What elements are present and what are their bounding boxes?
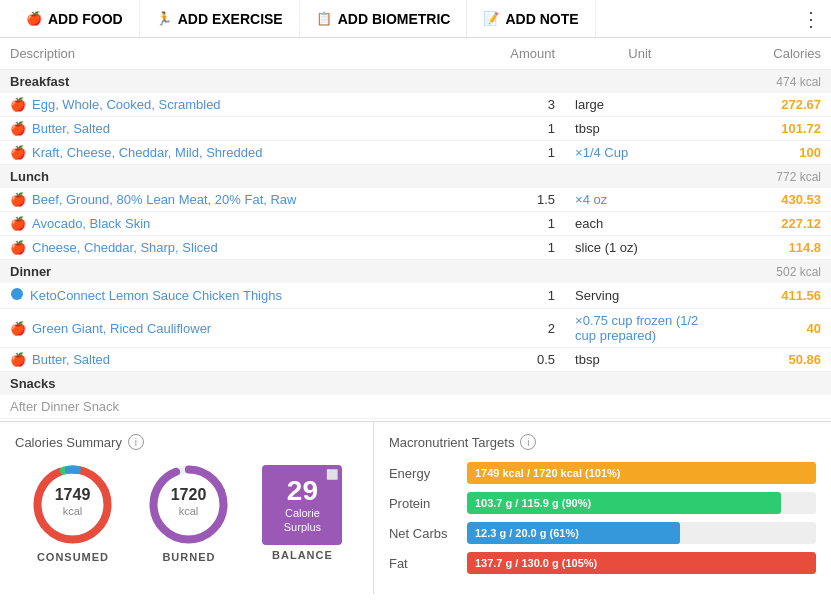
add-note-label: ADD NOTE [505, 11, 578, 27]
food-calories: 101.72 [715, 117, 831, 141]
food-name[interactable]: 🍎Green Giant, Riced Cauliflower [10, 321, 489, 336]
exercise-icon: 🏃 [156, 11, 172, 26]
bottom-panels: Calories Summary i 1749 kcal CONSUMED [0, 421, 831, 594]
food-name[interactable]: 🍎Beef, Ground, 80% Lean Meat, 20% Fat, R… [10, 192, 489, 207]
table-section-row: Breakfast474 kcal [0, 70, 831, 94]
toolbar: 🍎 ADD FOOD 🏃 ADD EXERCISE 📋 ADD BIOMETRI… [0, 0, 831, 38]
food-name[interactable]: 🍎Egg, Whole, Cooked, Scrambled [10, 97, 489, 112]
burned-circle: 1720 kcal BURNED [146, 462, 231, 563]
table-row: 🍎Beef, Ground, 80% Lean Meat, 20% Fat, R… [0, 188, 831, 212]
macro-targets-panel: Macronutrient Targets i Energy1749 kcal … [374, 422, 831, 594]
table-row: 🍎Kraft, Cheese, Cheddar, Mild, Shredded1… [0, 141, 831, 165]
macro-label: Fat [389, 556, 459, 571]
svg-text:1720: 1720 [171, 486, 207, 503]
food-name-text: Butter, Salted [32, 121, 110, 136]
custom-food-icon [10, 287, 24, 304]
food-amount: 3 [499, 93, 565, 117]
macro-label: Energy [389, 466, 459, 481]
apple-food-icon: 🍎 [10, 192, 26, 207]
food-name[interactable]: 🍎Butter, Salted [10, 352, 489, 367]
food-calories [715, 395, 831, 419]
food-name-text: KetoConnect Lemon Sauce Chicken Thighs [30, 288, 282, 303]
food-unit: ×4 oz [565, 188, 715, 212]
table-section-row: Lunch772 kcal [0, 165, 831, 189]
food-name-text: Cheese, Cheddar, Sharp, Sliced [32, 240, 218, 255]
food-name-text: Butter, Salted [32, 352, 110, 367]
table-row: 🍎Green Giant, Riced Cauliflower2×0.75 cu… [0, 309, 831, 348]
table-row: 🍎Butter, Salted1tbsp101.72 [0, 117, 831, 141]
table-row: 🍎Butter, Salted0.5tbsp50.86 [0, 348, 831, 372]
add-food-button[interactable]: 🍎 ADD FOOD [10, 0, 140, 37]
macro-bar-row: Net Carbs12.3 g / 20.0 g (61%) [389, 522, 816, 544]
food-name[interactable]: 🍎Butter, Salted [10, 121, 489, 136]
add-biometric-button[interactable]: 📋 ADD BIOMETRIC [300, 0, 468, 37]
add-exercise-button[interactable]: 🏃 ADD EXERCISE [140, 0, 300, 37]
section-calories: 474 kcal [715, 70, 831, 94]
note-icon: 📝 [483, 11, 499, 26]
calories-info-icon[interactable]: i [128, 434, 144, 450]
circles-row: 1749 kcal CONSUMED 1720 kcal BURNED ⬜ [15, 462, 358, 563]
macro-label: Net Carbs [389, 526, 459, 541]
consumed-label: CONSUMED [30, 551, 115, 563]
food-amount: 1 [499, 212, 565, 236]
macro-bar-text: 103.7 g / 115.9 g (90%) [475, 497, 591, 509]
macro-bar-row: Protein103.7 g / 115.9 g (90%) [389, 492, 816, 514]
macro-label: Protein [389, 496, 459, 511]
food-amount: 1.5 [499, 188, 565, 212]
apple-food-icon: 🍎 [10, 121, 26, 136]
table-row: 🍎Avocado, Black Skin1each227.12 [0, 212, 831, 236]
balance-sub: CalorieSurplus [284, 507, 321, 533]
more-menu-button[interactable]: ⋮ [801, 7, 821, 31]
food-amount [499, 395, 565, 419]
balance-icon: ⬜ [326, 469, 338, 480]
snack-sublabel: After Dinner Snack [0, 395, 499, 419]
apple-food-icon: 🍎 [10, 321, 26, 336]
section-name: Dinner [0, 260, 715, 284]
food-name-text: Green Giant, Riced Cauliflower [32, 321, 211, 336]
add-note-button[interactable]: 📝 ADD NOTE [467, 0, 595, 37]
macro-targets-title: Macronutrient Targets i [389, 434, 816, 450]
consumed-circle: 1749 kcal CONSUMED [30, 462, 115, 563]
macro-bar-outer: 103.7 g / 115.9 g (90%) [467, 492, 816, 514]
table-section-row: Snacks [0, 372, 831, 396]
burned-label: BURNED [146, 551, 231, 563]
section-name: Lunch [0, 165, 715, 189]
food-name-text: Egg, Whole, Cooked, Scrambled [32, 97, 221, 112]
food-name[interactable]: KetoConnect Lemon Sauce Chicken Thighs [10, 287, 489, 304]
macro-bar-row: Energy1749 kcal / 1720 kcal (101%) [389, 462, 816, 484]
burned-donut-svg: 1720 kcal [146, 462, 231, 547]
table-row: 🍎Cheese, Cheddar, Sharp, Sliced1slice (1… [0, 236, 831, 260]
food-unit: ×1/4 Cup [565, 141, 715, 165]
food-amount: 2 [499, 309, 565, 348]
table-header: Description Amount Unit Calories [0, 38, 831, 70]
food-calories: 114.8 [715, 236, 831, 260]
macro-bar-text: 12.3 g / 20.0 g (61%) [475, 527, 579, 539]
macro-bar-text: 1749 kcal / 1720 kcal (101%) [475, 467, 621, 479]
calories-summary-title: Calories Summary i [15, 434, 358, 450]
section-name: Breakfast [0, 70, 715, 94]
add-food-label: ADD FOOD [48, 11, 123, 27]
food-name[interactable]: 🍎Avocado, Black Skin [10, 216, 489, 231]
apple-food-icon: 🍎 [10, 216, 26, 231]
food-name[interactable]: 🍎Cheese, Cheddar, Sharp, Sliced [10, 240, 489, 255]
header-amount: Amount [499, 38, 565, 70]
macro-bar-outer: 1749 kcal / 1720 kcal (101%) [467, 462, 816, 484]
food-calories: 272.67 [715, 93, 831, 117]
section-calories: 502 kcal [715, 260, 831, 284]
macro-bar-row: Fat137.7 g / 130.0 g (105%) [389, 552, 816, 574]
header-unit: Unit [565, 38, 715, 70]
macro-bar-inner: 103.7 g / 115.9 g (90%) [467, 492, 781, 514]
table-row: After Dinner Snack [0, 395, 831, 419]
header-calories: Calories [715, 38, 831, 70]
food-amount: 1 [499, 236, 565, 260]
table-section-row: Dinner502 kcal [0, 260, 831, 284]
macro-bar-outer: 12.3 g / 20.0 g (61%) [467, 522, 816, 544]
food-name[interactable]: 🍎Kraft, Cheese, Cheddar, Mild, Shredded [10, 145, 489, 160]
add-exercise-label: ADD EXERCISE [178, 11, 283, 27]
macro-info-icon[interactable]: i [520, 434, 536, 450]
section-name: Snacks [0, 372, 715, 396]
food-amount: 1 [499, 141, 565, 165]
food-amount: 1 [499, 283, 565, 309]
food-amount: 0.5 [499, 348, 565, 372]
food-name-text: Avocado, Black Skin [32, 216, 150, 231]
